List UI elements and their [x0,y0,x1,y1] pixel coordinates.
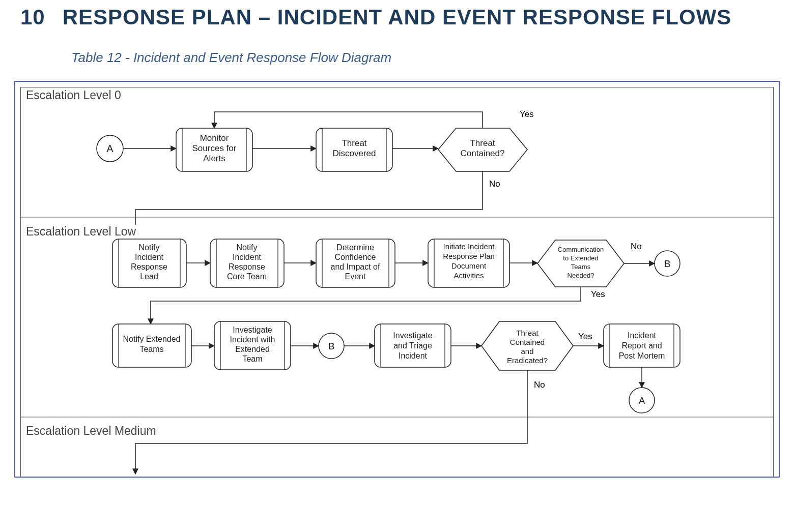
svg-text:Contained?: Contained? [461,149,505,158]
svg-text:Response: Response [131,262,167,271]
svg-text:Contained: Contained [510,338,545,346]
svg-text:Alerts: Alerts [203,154,225,163]
decision-threat-eradicated: Threat Contained and Eradicated? [481,321,573,370]
svg-text:B: B [328,341,335,351]
node-investigate-triage: Investigate and Triage Incident [375,324,451,367]
svg-text:and Impact of: and Impact of [331,262,381,271]
svg-text:Response Plan: Response Plan [443,252,495,260]
svg-text:Response: Response [229,262,265,271]
label-no-2: No [631,242,642,251]
svg-text:Threat: Threat [516,329,538,337]
svg-text:Incident: Incident [233,253,262,261]
heading-title: Response Plan – Incident and Event Respo… [63,5,732,29]
svg-text:Incident with: Incident with [230,335,275,344]
node-incident-report: Incident Report and Post Mortem [604,324,680,367]
svg-text:Communication: Communication [558,246,604,253]
svg-text:Confidence: Confidence [335,253,376,261]
connector-a: A [97,135,123,162]
svg-text:Activities: Activities [453,271,484,280]
label-yes-3: Yes [578,332,592,341]
svg-text:Teams: Teams [571,263,591,271]
svg-text:Threat: Threat [342,138,366,148]
svg-text:B: B [664,258,671,269]
diagram-outer-border: Escalation Level 0 Escalation Level Low … [14,81,780,478]
svg-text:Determine: Determine [336,243,374,252]
diagram-inner-border: Escalation Level 0 Escalation Level Low … [20,87,774,478]
svg-text:Initiate Incident: Initiate Incident [443,242,495,251]
lane-title-levelmedium: Escalation Level Medium [24,424,158,438]
node-investigate-extended: Investigate Incident with Extended Team [214,321,291,370]
svg-text:Post Mortem: Post Mortem [619,351,665,360]
node-notify-lead: Notify Incident Response Lead [112,239,186,287]
table-caption: Table 12 - Incident and Event Response F… [71,50,784,66]
edge-comm-yes [151,287,581,324]
connector-b2: B [319,333,344,359]
svg-text:Extended: Extended [235,345,270,353]
edge-contained-yes [214,112,483,128]
heading-number: 10 [20,5,45,29]
svg-text:Notify Extended: Notify Extended [123,335,181,343]
svg-text:Monitor: Monitor [200,133,229,143]
svg-text:Event: Event [345,272,366,281]
flowchart-svg: A Monitor Sources for Alerts Threat [21,87,774,478]
svg-text:Eradicated?: Eradicated? [507,356,548,365]
svg-text:Incident: Incident [135,253,164,261]
connector-a2: A [629,388,655,413]
svg-text:Teams: Teams [139,345,163,353]
svg-text:Discovered: Discovered [332,149,376,158]
svg-text:Team: Team [242,354,262,363]
svg-text:Incident: Incident [399,351,428,360]
svg-text:Notify: Notify [237,243,258,252]
svg-text:Needed?: Needed? [568,272,594,279]
node-initiate-plan: Initiate Incident Response Plan Document… [428,239,509,287]
page: 10 Response Plan – Incident and Event Re… [0,0,794,532]
lane-title-level0: Escalation Level 0 [24,88,123,102]
node-determine-confidence: Determine Confidence and Impact of Event [316,239,395,287]
svg-text:Incident: Incident [628,331,657,340]
svg-text:Lead: Lead [140,272,158,281]
svg-text:to Extended: to Extended [563,254,598,262]
svg-text:Investigate: Investigate [393,331,432,340]
edge-contained-no [135,171,483,239]
label-yes-1: Yes [520,109,534,119]
svg-text:Report and: Report and [621,341,662,350]
svg-text:Document: Document [451,261,487,270]
svg-text:Sources for: Sources for [192,143,237,153]
node-notify-extended: Notify Extended Teams [112,324,191,367]
heading-row: 10 Response Plan – Incident and Event Re… [20,5,784,29]
node-monitor-sources: Monitor Sources for Alerts [176,128,252,171]
svg-text:Core Team: Core Team [227,272,267,281]
connector-b1: B [655,251,680,276]
node-threat-discovered: Threat Discovered [316,128,392,171]
label-yes-2: Yes [591,289,605,299]
svg-text:Investigate: Investigate [233,326,272,334]
label-no-3: No [534,380,545,390]
svg-text:A: A [106,143,114,154]
node-notify-core: Notify Incident Response Core Team [210,239,284,287]
lane-title-levellow: Escalation Level Low [24,225,138,239]
svg-text:and: and [521,347,533,356]
svg-text:A: A [639,395,645,406]
decision-comm-needed: Communication to Extended Teams Needed? [537,240,624,287]
svg-text:and Triage: and Triage [393,341,432,350]
svg-text:Threat: Threat [470,138,495,148]
label-no-1: No [489,179,500,189]
svg-text:Notify: Notify [139,243,160,252]
decision-threat-contained: Threat Contained? [438,128,527,171]
edge-eradicated-no [135,370,527,474]
